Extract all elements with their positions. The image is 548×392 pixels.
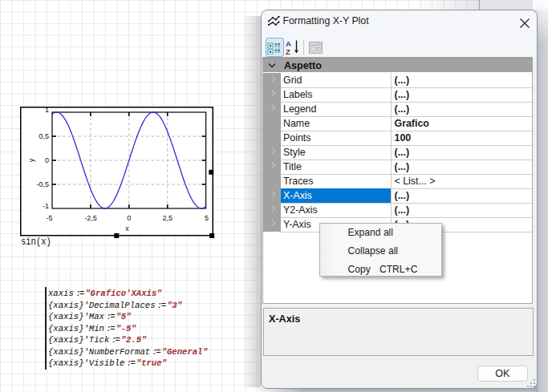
svg-text:-0,5: -0,5: [36, 180, 49, 188]
svg-text:0: 0: [127, 214, 131, 222]
svg-text:0: 0: [45, 156, 49, 164]
svg-text:1: 1: [45, 106, 49, 114]
svg-text:x: x: [125, 224, 129, 232]
svg-text:Z: Z: [286, 47, 290, 55]
svg-text:5: 5: [205, 214, 209, 222]
svg-text:2,5: 2,5: [162, 214, 173, 222]
svg-text:-5: -5: [46, 214, 52, 222]
svg-text:0,5: 0,5: [39, 132, 49, 140]
svg-text:y: y: [27, 158, 35, 162]
svg-text:-2,5: -2,5: [84, 214, 97, 222]
svg-text:-1: -1: [43, 202, 49, 210]
